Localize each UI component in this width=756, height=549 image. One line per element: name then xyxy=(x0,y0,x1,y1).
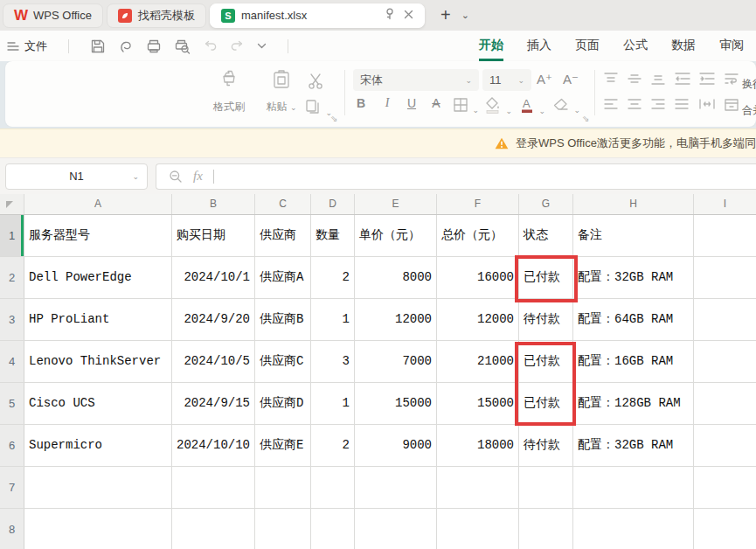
ribbon-tab-data[interactable]: 数据 xyxy=(671,31,696,61)
tab-list-chevron-icon[interactable]: ⌄ xyxy=(461,10,469,21)
increase-font-button[interactable]: A⁺ xyxy=(537,72,552,87)
row-header-5[interactable]: 5 xyxy=(0,383,24,424)
formula-input[interactable]: fx xyxy=(156,163,756,190)
cell-c6[interactable]: 供应商E xyxy=(255,425,311,466)
cell-e5[interactable]: 15000 xyxy=(355,383,437,424)
cell-b3[interactable]: 2024/9/20 xyxy=(172,299,255,340)
cell-g1[interactable]: 状态 xyxy=(519,215,573,256)
cell-b6[interactable]: 2024/10/10 xyxy=(172,425,255,466)
cell-f7[interactable] xyxy=(437,467,519,508)
ribbon-tab-insert[interactable]: 插入 xyxy=(527,31,551,61)
cell-f4[interactable]: 21000 xyxy=(437,341,519,382)
name-box-chevron-icon[interactable]: ⌄ xyxy=(132,172,139,181)
cell-d1[interactable]: 数量 xyxy=(311,215,355,256)
align-left-button[interactable] xyxy=(603,98,619,114)
qat-more-chevron-icon[interactable] xyxy=(257,43,267,49)
cell-i5[interactable] xyxy=(694,383,756,424)
font-name-select[interactable]: 宋体 ⌄ xyxy=(353,69,479,91)
print-preview-button[interactable] xyxy=(174,38,191,54)
col-header-F[interactable]: F xyxy=(437,194,519,214)
font-color-button[interactable]: A ⌄ xyxy=(519,96,545,117)
italic-button[interactable]: I xyxy=(378,96,397,110)
cell-i4[interactable] xyxy=(694,341,756,382)
cell-f2[interactable]: 16000 xyxy=(437,257,519,298)
cell-e1[interactable]: 单价（元） xyxy=(355,215,437,256)
cell-b1[interactable]: 购买日期 xyxy=(172,215,255,256)
print-button[interactable] xyxy=(146,38,162,54)
cell-a1[interactable]: 服务器型号 xyxy=(24,215,172,256)
align-right-button[interactable] xyxy=(650,98,666,114)
search-icon[interactable] xyxy=(169,170,183,184)
bold-button[interactable]: B xyxy=(351,96,371,110)
cell-b4[interactable]: 2024/10/5 xyxy=(172,341,255,382)
cell-c1[interactable]: 供应商 xyxy=(255,215,311,256)
undo-button[interactable] xyxy=(203,39,218,53)
format-painter-button[interactable]: 格式刷 xyxy=(205,68,253,115)
cell-d5[interactable]: 1 xyxy=(311,383,355,424)
cell-a6[interactable]: Supermicro xyxy=(24,425,172,466)
align-center-button[interactable] xyxy=(627,98,642,114)
cell-i7[interactable] xyxy=(694,467,756,508)
cell-d6[interactable]: 2 xyxy=(311,425,355,466)
cell-c3[interactable]: 供应商B xyxy=(255,299,311,340)
cell-i3[interactable] xyxy=(694,299,756,340)
row-header-1[interactable]: 1 xyxy=(0,215,24,256)
cell-g7[interactable] xyxy=(519,467,573,508)
insert-function-icon[interactable]: fx xyxy=(193,169,203,184)
cell-b7[interactable] xyxy=(172,467,255,508)
align-bottom-button[interactable] xyxy=(650,72,666,89)
cell-b8[interactable] xyxy=(172,509,255,549)
cell-e8[interactable] xyxy=(355,509,437,549)
new-tab-button[interactable]: + xyxy=(440,5,451,25)
cell-f3[interactable]: 12000 xyxy=(437,299,519,340)
ribbon-tab-review[interactable]: 审阅 xyxy=(719,31,744,61)
paste-button[interactable]: 粘贴 ⌄ xyxy=(257,68,306,115)
underline-button[interactable]: U xyxy=(402,96,421,110)
cell-g3[interactable]: 待付款 xyxy=(519,299,573,340)
cell-e7[interactable] xyxy=(355,467,437,508)
cell-a5[interactable]: Cisco UCS xyxy=(24,383,172,424)
decrease-indent-button[interactable] xyxy=(674,72,691,89)
col-header-E[interactable]: E xyxy=(355,194,437,214)
col-header-D[interactable]: D xyxy=(311,194,355,214)
cell-c4[interactable]: 供应商C xyxy=(255,341,311,382)
cell-h6[interactable]: 配置：32GB RAM xyxy=(573,425,694,466)
share-button[interactable] xyxy=(118,38,134,54)
redo-button[interactable] xyxy=(230,39,245,53)
row-header-3[interactable]: 3 xyxy=(0,299,24,340)
cell-h5[interactable]: 配置：128GB RAM xyxy=(573,383,694,424)
cell-e4[interactable]: 7000 xyxy=(355,341,437,382)
strikethrough-button[interactable]: A xyxy=(427,96,446,110)
cell-d7[interactable] xyxy=(311,467,355,508)
cell-c8[interactable] xyxy=(255,509,311,549)
cell-h8[interactable] xyxy=(573,509,694,549)
file-menu[interactable]: 文件 xyxy=(7,38,47,54)
cell-a4[interactable]: Lenovo ThinkServer xyxy=(24,341,172,382)
select-all-corner[interactable] xyxy=(0,194,24,214)
cell-d4[interactable]: 3 xyxy=(311,341,355,382)
borders-button[interactable]: ⌄ xyxy=(453,97,479,116)
clipboard-dialog-launcher-icon[interactable]: ⇘ xyxy=(330,114,337,123)
justify-button[interactable] xyxy=(674,98,690,114)
cell-i1[interactable] xyxy=(694,215,756,256)
cell-h2[interactable]: 配置：32GB RAM xyxy=(573,257,694,298)
cell-f1[interactable]: 总价（元） xyxy=(437,215,519,256)
row-header-6[interactable]: 6 xyxy=(0,425,24,466)
pin-tab-icon[interactable] xyxy=(385,8,395,23)
decrease-font-button[interactable]: A⁻ xyxy=(563,72,579,87)
cut-button[interactable] xyxy=(306,72,325,94)
cell-g6[interactable]: 待付款 xyxy=(519,425,573,466)
row-header-4[interactable]: 4 xyxy=(0,341,24,382)
cell-i8[interactable] xyxy=(694,509,756,549)
close-tab-icon[interactable] xyxy=(404,9,413,22)
col-header-I[interactable]: I xyxy=(694,194,756,214)
cell-e6[interactable]: 9000 xyxy=(355,425,437,466)
tab-wps-home[interactable]: W WPS Office xyxy=(3,3,103,28)
cell-a8[interactable] xyxy=(24,509,172,549)
col-header-H[interactable]: H xyxy=(573,194,694,214)
cell-c5[interactable]: 供应商D xyxy=(255,383,311,424)
wrap-text-button[interactable] xyxy=(724,72,739,89)
col-header-B[interactable]: B xyxy=(172,194,255,214)
align-top-button[interactable] xyxy=(603,72,619,89)
cell-e3[interactable]: 12000 xyxy=(355,299,437,340)
